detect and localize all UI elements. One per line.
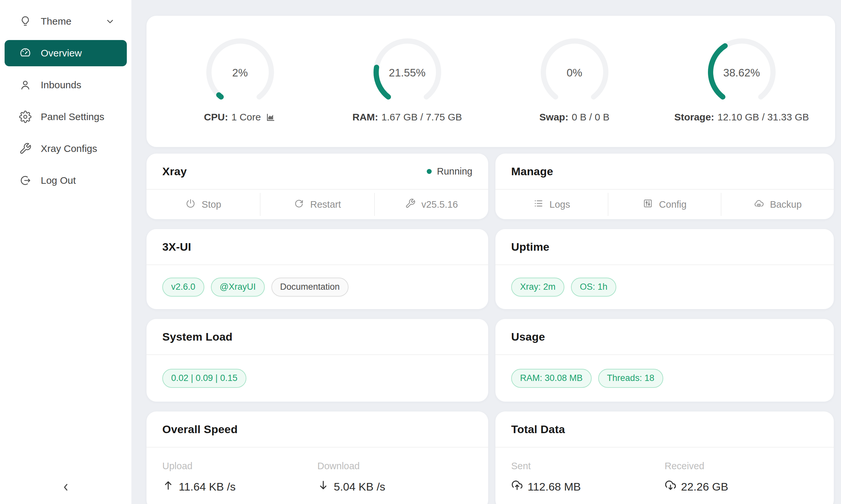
power-icon (185, 198, 196, 211)
chevron-down-icon (105, 16, 115, 26)
status-dot-icon (427, 169, 432, 174)
gear-icon (19, 111, 32, 123)
sidebar-item-label: Inbounds (41, 79, 81, 91)
usage-card-title: Usage (511, 330, 545, 343)
sidebar-item-label: Theme (41, 16, 71, 27)
swap-gauge: 0% Swap:0 B / 0 B (491, 37, 658, 147)
config-button[interactable]: Config (608, 190, 721, 219)
xray-status: Running (427, 166, 473, 177)
logs-button[interactable]: Logs (495, 190, 608, 219)
storage-label: Storage:12.10 GB / 31.33 GB (674, 111, 809, 123)
overall-speed-card: Overall Speed Upload 11.64 KB /s Downloa… (147, 412, 488, 504)
total-data-card: Total Data Sent 112.68 MB Received (495, 412, 834, 504)
system-load-card: System Load 0.02 | 0.09 | 0.15 (147, 319, 488, 402)
dashboard-icon (19, 47, 32, 59)
storage-percent: 38.62% (706, 67, 778, 79)
sidebar-item-panel-settings[interactable]: Panel Settings (5, 104, 127, 130)
sidebar-nav: Theme Overview Inbounds Panel Settings (5, 8, 127, 194)
user-icon (19, 79, 32, 91)
backup-button[interactable]: Backup (721, 190, 834, 219)
ram-usage-tag: RAM: 30.08 MB (511, 369, 591, 388)
sidebar-item-label: Log Out (41, 175, 76, 186)
overall-speed-card-title: Overall Speed (162, 423, 238, 436)
chevron-left-icon (60, 482, 71, 494)
usage-card: Usage RAM: 30.08 MB Threads: 18 (495, 319, 834, 402)
logout-icon (19, 174, 32, 187)
cloud-upload-icon (511, 480, 523, 494)
ram-gauge: 21.55% RAM:1.67 GB / 7.75 GB (324, 37, 491, 147)
upload-speed-metric: Upload 11.64 KB /s (162, 461, 317, 504)
xui-card: 3X-UI v2.6.0 @XrayUI Documentation (147, 229, 488, 309)
cpu-percent: 2% (204, 67, 276, 79)
arrow-up-icon (162, 480, 174, 494)
swap-label: Swap:0 B / 0 B (539, 111, 610, 123)
sidebar-item-inbounds[interactable]: Inbounds (5, 72, 127, 98)
uptime-card: Uptime Xray: 2m OS: 1h (495, 229, 834, 309)
system-stats-card: 2% CPU:1 Core 21.55% RAM:1.67 GB / 7.75 … (147, 16, 835, 147)
sidebar-item-label: Overview (41, 48, 82, 59)
cpu-label: CPU:1 Core (204, 111, 276, 123)
xrayui-link-tag[interactable]: @XrayUI (211, 277, 265, 296)
reload-icon (294, 198, 304, 211)
arrow-down-icon (317, 480, 329, 494)
wrench-icon (19, 142, 32, 155)
sent-data-metric: Sent 112.68 MB (511, 461, 665, 504)
stop-button[interactable]: Stop (147, 190, 260, 219)
cpu-gauge: 2% CPU:1 Core (156, 37, 324, 147)
ram-label: RAM:1.67 GB / 7.75 GB (353, 111, 462, 123)
wrench-icon (405, 198, 416, 211)
area-chart-icon[interactable] (265, 112, 276, 122)
storage-gauge: 38.62% Storage:12.10 GB / 31.33 GB (658, 37, 825, 147)
xray-card: Xray Running Stop Res (147, 154, 488, 219)
restart-button[interactable]: Restart (260, 190, 374, 219)
total-data-card-title: Total Data (511, 423, 565, 436)
cards-grid: Xray Running Stop Res (147, 154, 835, 504)
bulb-icon (19, 15, 32, 28)
main-content: 2% CPU:1 Core 21.55% RAM:1.67 GB / 7.75 … (132, 0, 841, 504)
ram-percent: 21.55% (371, 67, 444, 79)
version-tag[interactable]: v2.6.0 (162, 277, 204, 296)
system-load-card-title: System Load (162, 330, 233, 343)
sidebar-item-overview[interactable]: Overview (5, 40, 127, 66)
sidebar-collapse-button[interactable] (0, 477, 132, 498)
threads-tag: Threads: 18 (598, 369, 663, 388)
sidebar-item-label: Panel Settings (41, 111, 104, 122)
download-speed-metric: Download 5.04 KB /s (317, 461, 473, 504)
xray-uptime-tag: Xray: 2m (511, 277, 564, 296)
cloud-server-icon (754, 198, 764, 211)
swap-percent: 0% (538, 67, 611, 79)
xray-version-button[interactable]: v25.5.16 (375, 190, 488, 219)
sidebar-item-label: Xray Configs (41, 143, 97, 154)
load-average-tag: 0.02 | 0.09 | 0.15 (162, 369, 246, 388)
uptime-card-title: Uptime (511, 240, 549, 253)
control-icon (642, 198, 653, 211)
os-uptime-tag: OS: 1h (571, 277, 616, 296)
manage-card: Manage Logs Config (495, 154, 834, 219)
xray-card-title: Xray (162, 165, 187, 178)
sidebar-item-xray-configs[interactable]: Xray Configs (5, 136, 127, 162)
documentation-link-tag[interactable]: Documentation (271, 277, 349, 296)
received-data-metric: Received 22.26 GB (665, 461, 818, 504)
manage-card-title: Manage (511, 165, 553, 178)
sidebar-item-log-out[interactable]: Log Out (5, 167, 127, 194)
list-icon (533, 198, 544, 211)
cloud-download-icon (665, 480, 676, 494)
sidebar: Theme Overview Inbounds Panel Settings (0, 0, 132, 504)
xray-status-label: Running (437, 166, 473, 177)
xui-card-title: 3X-UI (162, 240, 191, 253)
sidebar-item-theme[interactable]: Theme (5, 8, 127, 34)
